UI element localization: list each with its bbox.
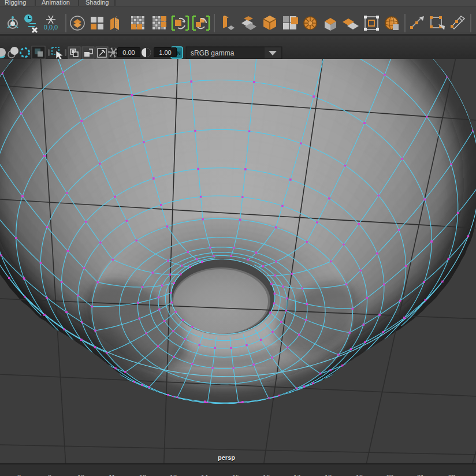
svg-text:sRGB gamma: sRGB gamma [191,49,235,57]
svg-text:0,0,0: 0,0,0 [44,24,58,31]
